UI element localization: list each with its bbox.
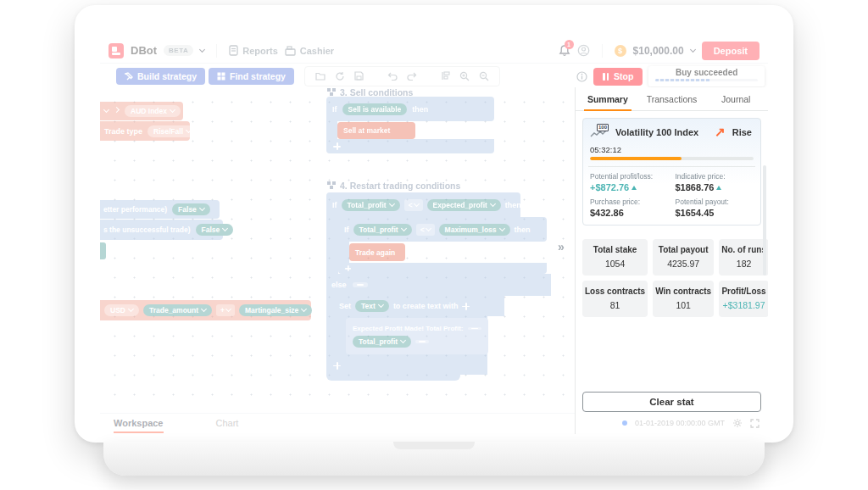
block-condition-1[interactable]: etter performance) False — [100, 200, 220, 219]
condition-1-value: False — [178, 205, 197, 214]
tab-transactions[interactable]: Transactions — [640, 87, 704, 110]
tab-summary[interactable]: Summary — [576, 87, 640, 110]
block-nested-bottom — [338, 263, 547, 274]
contract-detail-grid: Potential profit/loss: +$872.76 Indicati… — [590, 172, 754, 218]
stat-total-stake: Total stake 1054 — [582, 239, 648, 276]
stop-button[interactable]: Stop — [593, 68, 643, 86]
chevron-down-icon[interactable] — [690, 46, 696, 52]
deposit-button[interactable]: Deposit — [702, 42, 760, 60]
remove-else-icon[interactable] — [353, 282, 368, 287]
text-var-label: Text — [361, 302, 376, 310]
chevron-down-icon — [401, 225, 407, 231]
minus-icon — [471, 328, 478, 330]
trade-type-label: Trade type — [104, 127, 142, 136]
chevron-down-icon — [103, 107, 109, 113]
expected-profit-var[interactable]: Expected_profit — [427, 199, 501, 211]
chevron-down-icon — [414, 200, 420, 206]
stat-label: No. of runs — [721, 245, 766, 254]
keyword-then: then — [505, 201, 521, 209]
remove-item-icon[interactable] — [415, 340, 429, 343]
trade-amount-var[interactable]: Trade_amount — [143, 304, 212, 316]
save-icon[interactable] — [354, 71, 364, 81]
operator-dropdown[interactable]: + — [216, 304, 235, 316]
blockly-workspace[interactable]: AUD Index Trade type Rise/Fall etter per… — [100, 87, 575, 413]
find-strategy-label: Find strategy — [230, 71, 286, 81]
workspace-toolbar: Build strategy Find strategy — [100, 64, 575, 87]
expected-profit-label: Expected_profit — [433, 201, 487, 209]
block-if-sell-available[interactable]: If Sell is available then — [326, 97, 494, 121]
tab-journal[interactable]: Journal — [704, 87, 768, 110]
block-trade-parameters-market[interactable]: AUD Index — [100, 102, 183, 120]
stat-value: 101 — [655, 300, 711, 310]
block-else-row[interactable]: else — [326, 274, 551, 296]
total-profit-label: Total_profit — [359, 226, 398, 234]
field-label: Potential profit/loss: — [590, 172, 669, 181]
block-set-text[interactable]: Set Text to create text with — [326, 296, 504, 316]
nav-reports[interactable]: Reports — [229, 45, 278, 56]
dbot-app-window: DBot BETA Reports Cashier — [100, 38, 768, 434]
market-dropdown[interactable]: AUD Index — [125, 105, 181, 117]
trade-type-dropdown[interactable]: Rise/Fall — [147, 125, 197, 137]
notification-count-badge: 1 — [565, 40, 574, 49]
stat-value: 1054 — [585, 259, 645, 269]
sort-blocks-icon[interactable] — [441, 71, 450, 81]
field-potential-profit: Potential profit/loss: +$872.76 — [590, 172, 669, 192]
info-icon[interactable] — [576, 71, 587, 82]
total-profit-var[interactable]: Total_profit — [342, 199, 400, 211]
notifications-button[interactable]: 1 — [559, 44, 570, 57]
block-if-expected-profit[interactable]: If Total_profit < Expected_profit then — [326, 192, 520, 217]
zoom-out-icon[interactable] — [479, 71, 489, 81]
server-time: 01-01-2019 00:00:00 GMT — [635, 419, 725, 427]
block-text-join[interactable]: Expected Profit Made! Total Profit: Tota… — [346, 318, 488, 354]
tab-workspace[interactable]: Workspace — [114, 418, 164, 433]
text-var-dropdown[interactable]: Text — [355, 300, 389, 312]
comparison-dropdown[interactable]: < — [404, 199, 423, 211]
reset-icon[interactable] — [335, 71, 345, 81]
remove-item-icon[interactable] — [468, 327, 481, 331]
block-trade-again[interactable]: Trade again — [349, 243, 405, 261]
block-trade-type[interactable]: Trade type Rise/Fall — [100, 121, 190, 141]
condition-2-value: False — [202, 226, 220, 234]
clear-stat-button[interactable]: Clear stat — [582, 392, 761, 412]
add-block-icon[interactable] — [462, 303, 470, 310]
block-condition-2[interactable]: s the unsuccessful trade) False — [100, 220, 223, 240]
undo-icon[interactable] — [387, 72, 398, 81]
beta-badge: BETA — [164, 45, 193, 56]
keyword-then: then — [412, 105, 428, 114]
chevron-down-icon — [400, 337, 406, 343]
account-icon[interactable] — [577, 44, 590, 57]
collapse-panel-arrow[interactable]: » — [558, 240, 565, 253]
sell-available-pill[interactable]: Sell is available — [342, 103, 408, 115]
clear-stat-wrap: Clear stat — [582, 392, 761, 412]
condition-2-dropdown[interactable]: False — [196, 224, 234, 236]
chevron-down-icon[interactable] — [199, 46, 205, 52]
maximum-loss-var[interactable]: Maximum_loss — [439, 224, 510, 236]
block-sell-at-market[interactable]: Sell at market — [337, 122, 415, 139]
build-strategy-button[interactable]: Build strategy — [116, 68, 205, 85]
add-block-icon[interactable] — [345, 265, 351, 271]
zoom-in-icon[interactable] — [459, 71, 470, 81]
comparison-dropdown[interactable]: < — [416, 224, 435, 236]
currency-dropdown[interactable]: USD — [104, 304, 139, 316]
add-block-icon[interactable] — [333, 362, 341, 370]
nav-cashier[interactable]: Cashier — [285, 46, 334, 56]
find-strategy-button[interactable]: Find strategy — [209, 68, 294, 85]
market-value: AUD Index — [131, 107, 167, 115]
condition-1-dropdown[interactable]: False — [172, 203, 210, 215]
add-block-icon[interactable] — [333, 142, 341, 150]
panel-scrollbar[interactable] — [763, 165, 766, 276]
block-if-maximum-loss[interactable]: If Total_profit < Maximum_loss then — [338, 217, 547, 242]
account-balance[interactable]: $10,000.00 — [633, 45, 684, 57]
gear-icon[interactable] — [732, 418, 743, 428]
block-trade-amount[interactable]: USD Trade_amount + Martingale_size — [100, 300, 311, 320]
fullscreen-icon[interactable] — [750, 419, 760, 428]
stat-label: Profit/Loss — [721, 287, 766, 296]
redo-icon[interactable] — [407, 72, 417, 81]
martingale-var[interactable]: Martingale_size — [239, 304, 312, 316]
total-profit-var[interactable]: Total_profit — [353, 224, 412, 236]
tab-chart[interactable]: Chart — [216, 418, 239, 432]
network-status-dot — [622, 420, 627, 426]
open-file-icon[interactable] — [315, 71, 326, 81]
total-profit-var[interactable]: Total_profit — [353, 336, 411, 348]
total-profit-label: Total_profit — [348, 201, 387, 209]
